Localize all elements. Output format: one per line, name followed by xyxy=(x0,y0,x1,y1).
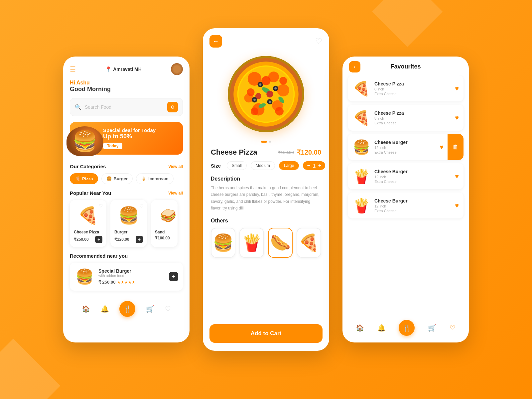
location-text: Amravati MH xyxy=(113,66,142,72)
search-input[interactable]: Search Food xyxy=(85,104,167,110)
fav-name: Cheese Pizza xyxy=(374,110,451,116)
dot-inactive xyxy=(269,141,271,143)
food-image: 🥪 xyxy=(155,204,178,227)
qty-value: 1 xyxy=(313,163,316,169)
size-small[interactable]: Small xyxy=(227,161,247,170)
rec-stars: ★★★★★ xyxy=(117,280,135,285)
other-item-fries[interactable]: 🍟 xyxy=(239,228,264,258)
rec-add-button[interactable]: + xyxy=(169,272,178,281)
filter-button[interactable]: ⚙ xyxy=(167,102,178,112)
svg-point-24 xyxy=(275,107,284,115)
menu-icon[interactable]: ☰ xyxy=(70,65,76,73)
fav-variant: Extra Cheese xyxy=(374,180,451,184)
fav-size: 8 inch xyxy=(374,116,451,120)
dot-active xyxy=(261,141,267,143)
category-icecream[interactable]: 🍦 Ice-cream xyxy=(136,173,174,184)
heart-icon[interactable]: ♥ xyxy=(455,85,459,92)
search-bar[interactable]: 🔍 Search Food ⚙ xyxy=(70,98,183,116)
price-row: ₹120.00 + xyxy=(114,236,143,243)
rec-price-stars: ₹ 250.00 ★★★★★ xyxy=(98,279,165,285)
rec-price: ₹ 250.00 xyxy=(98,280,115,285)
fav-food-image: 🍕 xyxy=(352,109,370,127)
nav-cart[interactable]: 🛒 xyxy=(146,305,154,313)
favorite-button[interactable]: ♡ xyxy=(315,37,323,46)
favourites-list: 🍕 Cheese Pizza 8 inch Extra Cheese ♥ 🍕 C… xyxy=(342,75,469,310)
fav-variant: Extra Cheese xyxy=(374,209,451,213)
heart-icon[interactable]: ♥ xyxy=(455,202,459,209)
burger-icon: 🍔 xyxy=(72,131,97,151)
location-pin-icon: 📍 xyxy=(105,66,112,72)
home-header: ☰ 📍 Amravati MH xyxy=(70,63,183,75)
back-button[interactable]: ← xyxy=(209,35,222,48)
bottom-navigation: 🏠 🔔 🍴 🛒 ♡ xyxy=(342,315,469,342)
category-burger[interactable]: 🍔 Burger xyxy=(101,173,133,184)
fav-name: Cheese Burger xyxy=(374,198,451,203)
fav-info: Cheese Burger 12 inch Extra Cheese xyxy=(374,198,451,213)
svg-point-13 xyxy=(274,87,277,89)
image-indicator xyxy=(203,141,329,143)
detail-header: ← ♡ xyxy=(203,28,329,48)
avatar[interactable] xyxy=(171,63,183,75)
fav-food-image: 🍟 xyxy=(352,197,370,214)
add-item-button[interactable]: + xyxy=(136,236,143,243)
other-item-burger[interactable]: 🍔 xyxy=(211,228,235,258)
description-title: Description xyxy=(211,176,321,182)
fav-name: Cheese Burger xyxy=(374,169,451,174)
heart-icon[interactable]: ♡ xyxy=(99,203,103,208)
nav-favorites[interactable]: ♡ xyxy=(165,305,171,313)
nav-notifications[interactable]: 🔔 xyxy=(377,324,386,332)
greeting-sub: Good Morning xyxy=(70,86,183,93)
product-detail-screen: ← ♡ xyxy=(203,28,329,351)
nav-favorites[interactable]: ♡ xyxy=(450,324,456,332)
favourites-header: ‹ Favourites xyxy=(342,57,469,75)
other-item-pizza[interactable]: 🍕 xyxy=(297,228,321,258)
category-icecream-label: Ice-cream xyxy=(148,176,169,181)
price-section: ₹160.00 ₹120.00 xyxy=(278,148,321,156)
banner-food-image: 🍔 xyxy=(66,126,103,156)
description-text: The herbs and spices that make a good co… xyxy=(211,185,321,212)
heart-icon[interactable]: ♥ xyxy=(455,173,459,180)
size-large[interactable]: Large xyxy=(279,161,299,170)
category-burger-label: Burger xyxy=(114,176,128,181)
heart-icon[interactable]: ♡ xyxy=(139,203,144,208)
list-item: ♡ 🍔 Burger ₹120.00 + xyxy=(110,200,147,247)
product-title-row: Cheese Pizza ₹160.00 ₹120.00 xyxy=(211,148,321,157)
banner-cta-button[interactable]: Today xyxy=(103,143,122,149)
others-title: Others xyxy=(211,218,321,224)
nav-notifications[interactable]: 🔔 xyxy=(101,305,109,313)
list-item: 🍕 Cheese Pizza 8 inch Extra Cheese ♥ xyxy=(348,75,464,101)
heart-icon[interactable]: ♥ xyxy=(440,143,444,151)
food-image: 🍔 xyxy=(115,204,142,227)
fav-variant: Extra Cheese xyxy=(374,92,451,96)
nav-menu-button[interactable]: 🍴 xyxy=(399,320,415,336)
popular-view-all[interactable]: View all xyxy=(168,191,183,196)
original-price: ₹160.00 xyxy=(278,150,294,155)
category-pizza[interactable]: 🍕 Pizza xyxy=(70,173,98,184)
quantity-control: − 1 + xyxy=(303,161,325,170)
banner-dots: ● ● ● xyxy=(70,161,183,164)
qty-increase-button[interactable]: + xyxy=(318,163,321,169)
svg-point-11 xyxy=(259,83,261,86)
nav-menu-button[interactable]: 🍴 xyxy=(119,301,135,317)
fav-info: Cheese Burger 12 inch Extra Cheese xyxy=(374,169,451,184)
nav-cart[interactable]: 🛒 xyxy=(428,324,436,332)
size-medium[interactable]: Medium xyxy=(251,161,275,170)
svg-point-25 xyxy=(251,107,258,115)
delete-button[interactable]: 🗑 xyxy=(448,134,464,160)
icecream-icon: 🍦 xyxy=(141,176,146,181)
add-to-cart-button[interactable]: Add to Cart xyxy=(209,324,323,343)
categories-view-all[interactable]: View all xyxy=(168,164,183,169)
add-item-button[interactable]: + xyxy=(95,236,102,243)
location-badge[interactable]: 📍 Amravati MH xyxy=(105,66,142,72)
heart-icon[interactable]: ♥ xyxy=(455,114,459,122)
other-item-hotdog[interactable]: 🌭 xyxy=(268,228,293,258)
svg-point-6 xyxy=(277,84,289,96)
price-row: ₹250.00 + xyxy=(74,236,102,243)
nav-home[interactable]: 🏠 xyxy=(82,305,90,313)
nav-home[interactable]: 🏠 xyxy=(356,324,364,332)
fav-food-image: 🍔 xyxy=(352,138,370,156)
back-button[interactable]: ‹ xyxy=(349,61,360,72)
price-row: ₹100.00 xyxy=(155,236,174,240)
qty-decrease-button[interactable]: − xyxy=(307,163,310,169)
popular-grid: ♡ 🍕 Cheese Pizza ₹250.00 + ♡ 🍔 Burger ₹1… xyxy=(70,200,183,247)
